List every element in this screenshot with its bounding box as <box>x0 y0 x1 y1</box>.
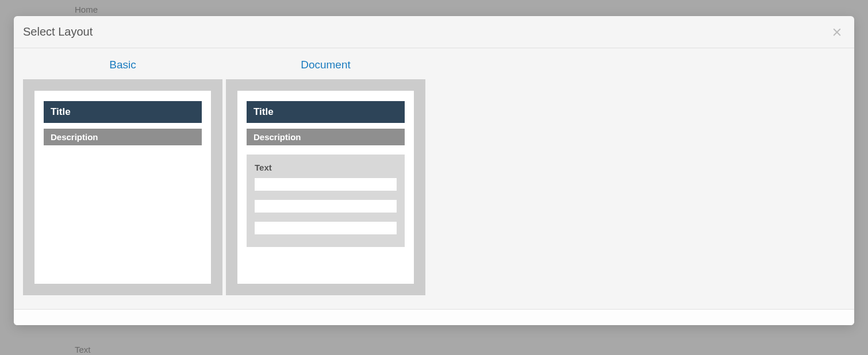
layout-preview-basic: Title Description <box>23 79 222 295</box>
close-button[interactable] <box>831 26 843 38</box>
layout-options-row: Basic Title Description Document Title D… <box>23 48 845 295</box>
preview-inner-basic: Title Description <box>34 91 211 284</box>
preview-description-block: Description <box>44 129 202 145</box>
preview-description-block: Description <box>247 129 405 145</box>
select-layout-modal: Select Layout Basic Title Description <box>14 16 854 325</box>
preview-text-line <box>255 222 397 234</box>
preview-text-label: Text <box>255 160 397 178</box>
layout-label-document: Document <box>301 48 351 79</box>
modal-title: Select Layout <box>23 25 93 38</box>
modal-footer <box>14 309 854 325</box>
preview-inner-document: Title Description Text <box>237 91 414 284</box>
preview-text-line <box>255 200 397 213</box>
layout-label-basic: Basic <box>109 48 136 79</box>
layout-option-document[interactable]: Document Title Description Text <box>226 48 425 295</box>
modal-header: Select Layout <box>14 16 854 48</box>
layout-option-basic[interactable]: Basic Title Description <box>23 48 222 295</box>
close-icon <box>832 27 842 37</box>
preview-text-block: Text <box>247 155 405 247</box>
modal-overlay: Select Layout Basic Title Description <box>0 0 868 355</box>
preview-text-line <box>255 178 397 191</box>
layout-preview-document: Title Description Text <box>226 79 425 295</box>
preview-title-block: Title <box>247 101 405 123</box>
modal-body: Basic Title Description Document Title D… <box>14 48 854 309</box>
preview-title-block: Title <box>44 101 202 123</box>
